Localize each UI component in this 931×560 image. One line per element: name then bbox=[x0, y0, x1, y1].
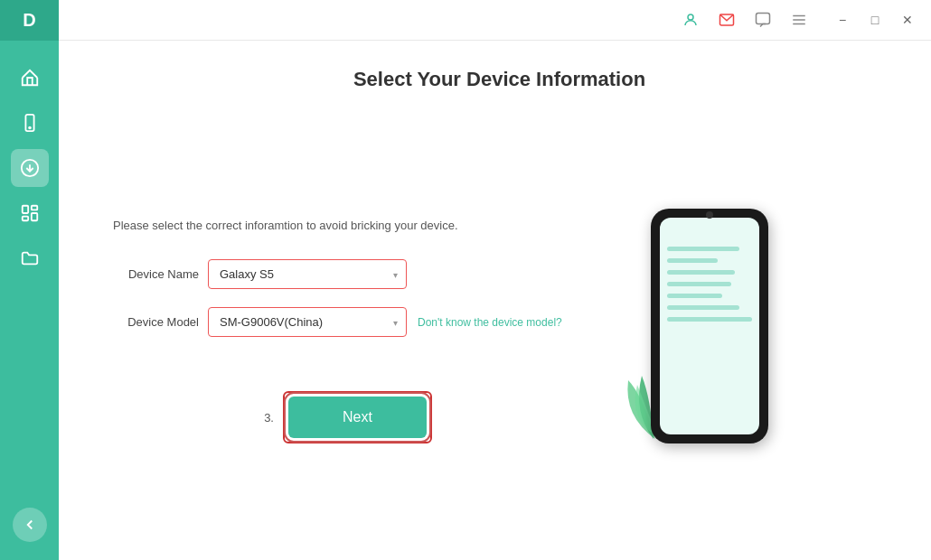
next-outline-box: Next bbox=[283, 391, 432, 443]
sidebar-bottom bbox=[13, 508, 47, 560]
content-body: Please select the correct inforamtion to… bbox=[113, 127, 886, 533]
sidebar-item-device[interactable] bbox=[11, 104, 49, 142]
svg-rect-2 bbox=[757, 14, 770, 24]
phone-screen bbox=[660, 218, 759, 434]
back-button[interactable] bbox=[13, 508, 47, 542]
mail-icon[interactable] bbox=[714, 7, 739, 33]
svg-point-0 bbox=[688, 14, 693, 20]
device-name-select-wrapper: Galaxy S5 ▾ bbox=[208, 259, 407, 289]
title-bar-right: − □ ✕ bbox=[678, 7, 931, 33]
device-model-label: Device Model bbox=[113, 315, 208, 329]
window-controls: − □ ✕ bbox=[830, 7, 920, 33]
phone-screen-line bbox=[667, 317, 752, 322]
phone-screen-line bbox=[667, 305, 739, 310]
step-next-row: 3. Next bbox=[113, 391, 583, 443]
app-logo: D bbox=[0, 0, 59, 41]
sidebar bbox=[0, 0, 59, 560]
svg-point-7 bbox=[29, 127, 31, 129]
svg-rect-10 bbox=[31, 206, 36, 210]
phone-camera-icon bbox=[706, 211, 713, 219]
form-section: Please select the correct inforamtion to… bbox=[113, 127, 583, 533]
page-title: Select Your Device Information bbox=[113, 68, 886, 91]
device-name-row: Device Name Galaxy S5 ▾ bbox=[113, 259, 583, 289]
logo-letter: D bbox=[23, 10, 35, 31]
phone-screen-line bbox=[667, 258, 718, 263]
close-button[interactable]: ✕ bbox=[895, 7, 920, 33]
svg-rect-12 bbox=[22, 217, 27, 221]
chat-icon[interactable] bbox=[750, 7, 776, 33]
title-bar: D − □ ✕ bbox=[0, 0, 931, 41]
phone-screen-line bbox=[667, 294, 722, 298]
device-name-select[interactable]: Galaxy S5 bbox=[208, 259, 407, 289]
dont-know-link[interactable]: Don't know the device model? bbox=[418, 316, 562, 329]
phone-body bbox=[651, 209, 768, 443]
sidebar-item-files[interactable] bbox=[11, 194, 49, 232]
profile-icon[interactable] bbox=[678, 7, 703, 33]
sidebar-item-folder[interactable] bbox=[11, 239, 49, 277]
phone-illustration bbox=[646, 209, 773, 453]
device-model-row: Device Model SM-G9006V(China) ▾ Don't kn… bbox=[113, 307, 583, 337]
device-name-label: Device Name bbox=[113, 267, 208, 281]
svg-rect-11 bbox=[31, 213, 36, 220]
sidebar-item-backup[interactable] bbox=[11, 149, 49, 187]
sidebar-item-home[interactable] bbox=[11, 59, 49, 97]
phone-screen-line bbox=[667, 282, 731, 286]
next-button[interactable]: Next bbox=[288, 397, 427, 438]
sidebar-nav bbox=[11, 59, 49, 508]
phone-screen-line bbox=[667, 247, 739, 251]
phone-screen-line bbox=[667, 270, 735, 275]
step-number: 3. bbox=[264, 411, 274, 425]
svg-rect-9 bbox=[22, 206, 27, 213]
maximize-button[interactable]: □ bbox=[862, 7, 888, 33]
device-model-select-wrapper: SM-G9006V(China) ▾ bbox=[208, 307, 407, 337]
device-model-select[interactable]: SM-G9006V(China) bbox=[208, 307, 407, 337]
description-text: Please select the correct inforamtion to… bbox=[113, 217, 583, 235]
content-area: Select Your Device Information Please se… bbox=[59, 41, 931, 560]
phone-section bbox=[583, 127, 836, 533]
main-content: Select Your Device Information Please se… bbox=[59, 41, 931, 560]
minimize-button[interactable]: − bbox=[830, 7, 855, 33]
menu-icon[interactable] bbox=[786, 7, 812, 33]
